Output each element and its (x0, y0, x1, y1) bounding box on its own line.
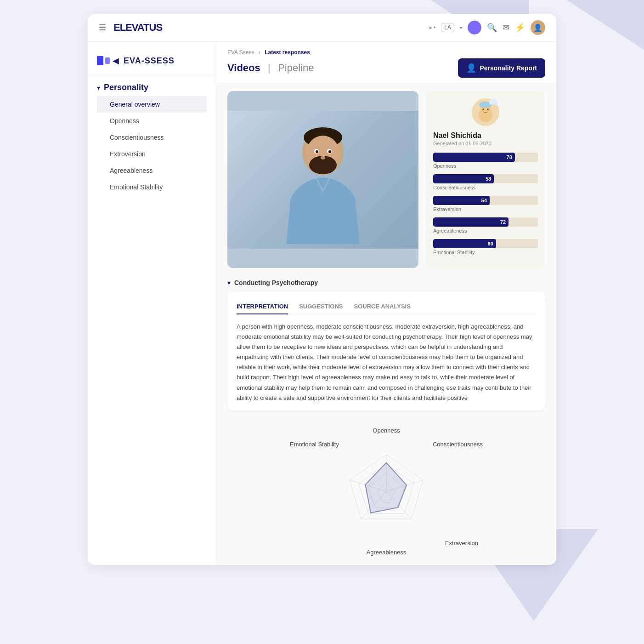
sidebar-app-name: EVA-SSESS (124, 56, 175, 66)
breadcrumb-parent[interactable]: EVA Ssess (227, 49, 254, 56)
person-svg (277, 115, 369, 244)
conducting-chevron-icon: ▾ (227, 279, 231, 286)
personality-title: Personality (104, 83, 148, 92)
theme-toggle[interactable] (468, 21, 481, 34)
extraversion-score: 54 (481, 198, 487, 203)
score-bar-agreeableness: 72 Agreeableness (433, 217, 538, 234)
tab-content-interpretation: A person with high openness, moderate co… (237, 322, 536, 403)
conducting-title: Conducting Psychotherapy (234, 279, 318, 286)
score-bar-emotional-stability: 60 Emotional Stability (433, 239, 538, 255)
radar-label-openness: Openness (373, 427, 400, 434)
agreeableness-label: Agreeableness (433, 228, 538, 234)
sidebar-item-conscientiousness[interactable]: Conscientiousness (97, 129, 207, 146)
nav-items-list: General overview Openness Conscientiousn… (97, 96, 207, 195)
hamburger-icon[interactable]: ☰ (99, 23, 106, 33)
conducting-header[interactable]: ▾ Conducting Psychotherapy (227, 279, 545, 286)
radar-label-agreeableness: Agreeableness (367, 549, 407, 556)
user-avatar[interactable]: 👤 (531, 20, 545, 35)
main-content: EVA Ssess › Latest responses Videos | Pi… (216, 42, 556, 565)
radar-section: Openness Conscientiousness Extraversion … (216, 418, 556, 565)
sidebar-item-agreeableness[interactable]: Agreeableness (97, 162, 207, 179)
video-profile-row: Nael Shichida Generated on 01-06-2020 78… (216, 84, 556, 275)
tab-interpretation[interactable]: INTERPRETATION (237, 299, 288, 314)
sidebar-item-openness[interactable]: Openness (97, 113, 207, 129)
radar-data-polygon (365, 462, 407, 513)
sidebar-logo-area: ◀ EVA-SSESS (88, 51, 216, 75)
emotional-stability-track: 60 (433, 239, 538, 248)
radar-wrapper: Openness Conscientiousness Extraversion … (290, 427, 483, 556)
svg-point-9 (321, 156, 325, 160)
radar-label-extraversion: Extraversion (445, 540, 478, 547)
extraversion-track: 54 (433, 196, 538, 205)
nav-right: ▸ • LA ▾ 🔍 ✉ ⚡ 👤 (429, 20, 545, 35)
page-title: Videos | Pipeline (227, 62, 314, 74)
score-bar-openness: 78 Openness (433, 153, 538, 169)
openness-track: 78 (433, 153, 538, 162)
tab-suggestions[interactable]: SUGGESTIONS (299, 299, 343, 314)
extraversion-fill: 54 (433, 196, 490, 205)
language-selector[interactable]: LA (441, 23, 454, 32)
sidebar: ◀ EVA-SSESS ▾ Personality General overvi… (88, 42, 216, 565)
profile-card: Nael Shichida Generated on 01-06-2020 78… (426, 91, 545, 268)
video-container[interactable] (227, 91, 418, 268)
breadcrumb-current: Latest responses (265, 49, 310, 56)
svg-point-16 (482, 108, 484, 110)
report-icon: 👤 (466, 63, 476, 73)
personality-report-button[interactable]: 👤 Personality Report (458, 58, 545, 78)
personality-header[interactable]: ▾ Personality (97, 83, 207, 92)
conscientiousness-fill: 58 (433, 174, 494, 183)
sidebar-logo-icon: ◀ (97, 56, 119, 66)
emotional-stability-fill: 60 (433, 239, 496, 248)
top-nav: ☰ ELEVATUS ▸ • LA ▾ 🔍 ✉ ⚡ 👤 (88, 14, 556, 42)
conscientiousness-label: Conscientiousness (433, 185, 538, 190)
emotional-stability-label: Emotional Stability (433, 250, 538, 255)
breadcrumb: EVA Ssess › Latest responses (227, 49, 545, 56)
svg-point-15 (495, 101, 499, 105)
lang-dropdown-icon[interactable]: ▾ (460, 25, 462, 30)
sidebar-item-emotional-stability[interactable]: Emotional Stability (97, 179, 207, 195)
search-icon[interactable]: 🔍 (487, 23, 497, 33)
title-videos: Videos (227, 62, 260, 74)
radar-label-conscientiousness: Conscientiousness (433, 441, 483, 448)
openness-score: 78 (507, 154, 512, 160)
agreeableness-track: 72 (433, 217, 538, 227)
app-logo: ELEVATUS (113, 22, 162, 34)
agreeableness-score: 72 (500, 219, 506, 225)
logo-block-main (97, 56, 103, 65)
svg-point-17 (487, 108, 488, 110)
profile-date: Generated on 01-06-2020 (433, 141, 538, 146)
mail-icon[interactable]: ✉ (503, 23, 509, 33)
conducting-section: ▾ Conducting Psychotherapy INTERPRETATIO… (216, 275, 556, 418)
sidebar-item-general-overview[interactable]: General overview (97, 96, 207, 113)
content-wrapper: ◀ EVA-SSESS ▾ Personality General overvi… (88, 42, 556, 565)
main-card: ☰ ELEVATUS ▸ • LA ▾ 🔍 ✉ ⚡ 👤 ◀ EVA-SSESS (88, 14, 556, 565)
nav-left: ☰ ELEVATUS (99, 22, 162, 34)
report-btn-label: Personality Report (480, 64, 537, 72)
page-title-row: Videos | Pipeline 👤 Personality Report (227, 58, 545, 78)
score-bar-extraversion: 54 Extraversion (433, 196, 538, 212)
score-bars: 78 Openness 58 Conscientiousness (433, 153, 538, 255)
logo-block-small (105, 57, 110, 64)
radar-label-emotional-stability: Emotional Stability (290, 441, 339, 448)
profile-name: Nael Shichida (433, 131, 538, 140)
sidebar-item-extroversion[interactable]: Extroversion (97, 146, 207, 162)
emotional-stability-score: 60 (488, 241, 493, 246)
tab-source-analysis[interactable]: SOURCE ANALYSIS (354, 299, 411, 314)
lightning-icon[interactable]: ⚡ (515, 23, 525, 33)
svg-point-7 (316, 150, 318, 153)
title-pipeline: Pipeline (278, 62, 314, 74)
nav-arrow-icon[interactable]: ▸ • (429, 24, 436, 31)
openness-fill: 78 (433, 153, 515, 162)
extraversion-label: Extraversion (433, 206, 538, 212)
openness-label: Openness (433, 163, 538, 169)
radar-chart-svg (336, 445, 437, 537)
svg-point-8 (328, 150, 331, 153)
conscientiousness-score: 58 (486, 176, 491, 182)
score-bar-conscientiousness: 58 Conscientiousness (433, 174, 538, 190)
profile-avatar (472, 98, 499, 126)
video-placeholder (227, 111, 418, 249)
tabs-container: INTERPRETATION SUGGESTIONS SOURCE ANALYS… (227, 292, 545, 410)
personality-section: ▾ Personality General overview Openness … (88, 75, 216, 199)
page-header: EVA Ssess › Latest responses Videos | Pi… (216, 42, 556, 84)
conscientiousness-track: 58 (433, 174, 538, 183)
